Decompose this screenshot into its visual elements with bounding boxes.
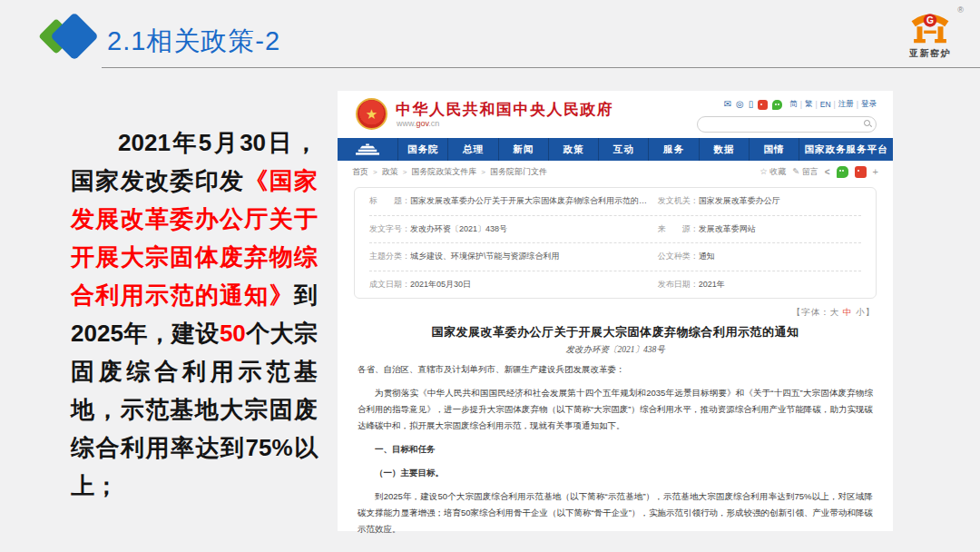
table-row: 发文字号：发改办环资〔2021〕438号 来 源：发展改革委网站 bbox=[369, 215, 861, 243]
lang-english[interactable]: EN bbox=[820, 100, 831, 109]
nav-item-guoqing[interactable]: 国情 bbox=[749, 138, 799, 161]
doc-number: 发改办环资〔2021〕438号 bbox=[338, 344, 893, 356]
article-title: 国家发展改革委办公厅关于开展大宗固体废弃物综合利用示范的通知 bbox=[365, 324, 866, 340]
url-part: www. bbox=[397, 119, 416, 128]
font-size-widget: 【字体：大 中 小】 bbox=[792, 307, 875, 319]
breadcrumb-zhengce[interactable]: 政策 bbox=[382, 166, 398, 178]
field-label: 发文字号： bbox=[369, 223, 410, 235]
nav-item-zhengwu-platform[interactable]: 国家政务服务平台 bbox=[799, 138, 893, 161]
font-large-button[interactable]: 大 bbox=[830, 307, 840, 317]
site-name: 中华人民共和国中央人民政府 bbox=[396, 99, 614, 120]
lang-simplified[interactable]: 简 bbox=[789, 99, 798, 110]
breadcrumb-department-docs[interactable]: 国务院部门文件 bbox=[490, 166, 547, 178]
registered-mark: ® bbox=[957, 5, 964, 15]
field-label: 标 题： bbox=[369, 195, 410, 207]
favorite-label: 收藏 bbox=[769, 167, 786, 176]
page-actions: ☆ 收藏 ✎ 留言 < + bbox=[760, 166, 878, 178]
field-label: 发布日期： bbox=[658, 279, 699, 291]
accessibility-icon[interactable]: ◎ bbox=[736, 100, 744, 109]
font-widget-label: 【字体： bbox=[792, 307, 830, 317]
mail-icon[interactable]: ✉ bbox=[724, 100, 731, 109]
national-emblem-icon: ★ bbox=[356, 98, 387, 130]
article-body: 各省、自治区、直辖市及计划单列市、新疆生产建设兵团发展改革委： 为贯彻落实《中华… bbox=[358, 361, 873, 545]
field-label: 成文日期： bbox=[369, 279, 410, 291]
font-small-button[interactable]: 小 bbox=[856, 307, 866, 317]
field-value: 国家发展改革委办公厅关于开展大宗固体废弃物综合利用示范的通知 bbox=[410, 195, 651, 207]
separator: | bbox=[800, 100, 802, 109]
kiln-icon: G bbox=[906, 7, 954, 49]
presentation-slide: 2.1相关政策-2 ® G 亚新窑炉 2021年5月30日，国家发改委印发《国家… bbox=[0, 0, 980, 552]
slide-body-text: 2021年5月30日，国家发改委印发《国家发展改革委办公厅关于开展大宗固体废弃物… bbox=[71, 123, 318, 505]
url-part: .cn bbox=[428, 119, 439, 128]
star-icon: ☆ bbox=[760, 166, 768, 176]
lang-links: 简| 繁| EN| 注册| 登录 bbox=[789, 99, 877, 110]
gov-header: ★ 中华人民共和国中央人民政府 www.gov.cn ✉ ◎ ▯ 简| 繁| E… bbox=[338, 91, 893, 138]
title-divider bbox=[102, 67, 980, 68]
paragraph: 为贯彻落实《中华人民共和国国民经济和社会发展第十四个五年规划和2035年远景目标… bbox=[358, 385, 873, 434]
nav-item-shuju[interactable]: 数据 bbox=[699, 138, 749, 161]
wechat-icon[interactable] bbox=[772, 100, 782, 110]
gov-website-screenshot: ★ 中华人民共和国中央人民政府 www.gov.cn ✉ ◎ ▯ 简| 繁| E… bbox=[338, 91, 893, 531]
table-row: 主题分类：城乡建设、环境保护\节能与资源综合利用 公文种类：通知 bbox=[369, 242, 861, 271]
brand-logo: ® G 亚新窑炉 bbox=[895, 7, 965, 60]
gov-nav: 国务院 总理 新闻 政策 互动 服务 数据 国情 国家政务服务平台 bbox=[338, 138, 893, 161]
register-link[interactable]: 注册 bbox=[838, 99, 854, 110]
brand-name: 亚新窑炉 bbox=[895, 47, 965, 60]
salutation: 各省、自治区、直辖市及计划单列市、新疆生产建设兵团发展改革委： bbox=[358, 361, 873, 378]
weibo-icon[interactable] bbox=[758, 100, 768, 110]
header-utility-bar: ✉ ◎ ▯ 简| 繁| EN| 注册| 登录 bbox=[724, 99, 877, 110]
field-label: 来 源： bbox=[658, 223, 699, 235]
nav-item-zongli[interactable]: 总理 bbox=[447, 138, 497, 161]
wechat-share-icon[interactable] bbox=[837, 166, 848, 178]
field-value: 城乡建设、环境保护\节能与资源综合利用 bbox=[410, 251, 560, 262]
field-value: 国家发展改革委办公厅 bbox=[699, 195, 780, 207]
paragraph: 到2025年，建设50个大宗固废综合利用示范基地（以下简称“示范基地”），示范基… bbox=[358, 488, 873, 537]
subsection-heading: （一）主要目标。 bbox=[358, 465, 873, 481]
highlight-number: 50 bbox=[220, 320, 246, 347]
search-input[interactable] bbox=[705, 118, 854, 131]
comment-label: 留言 bbox=[802, 167, 818, 176]
svg-text:G: G bbox=[926, 15, 934, 25]
more-share-button[interactable]: + bbox=[873, 166, 878, 177]
table-row: 成文日期：2021年05月30日 发布日期：2021年 bbox=[369, 271, 861, 299]
field-value: 2021年05月30日 bbox=[410, 279, 471, 291]
field-label: 主题分类： bbox=[369, 251, 410, 262]
field-label: 发文机关： bbox=[658, 195, 699, 207]
star-icon: ★ bbox=[366, 107, 377, 121]
nav-item-zhengce[interactable]: 政策 bbox=[548, 138, 598, 161]
page-title: 2.1相关政策-2 bbox=[107, 24, 280, 60]
breadcrumb-policy-library[interactable]: 国务院政策文件库 bbox=[411, 166, 476, 178]
field-value: 发展改革委网站 bbox=[699, 223, 756, 235]
font-medium-button[interactable]: 中 bbox=[843, 307, 853, 317]
share-icon[interactable]: < bbox=[825, 167, 830, 177]
search-box[interactable] bbox=[697, 116, 877, 133]
url-part: gov bbox=[416, 119, 429, 128]
doc-info-table: 标 题：国家发展改革委办公厅关于开展大宗固体废弃物综合利用示范的通知 发文机关：… bbox=[354, 187, 877, 299]
nav-item-hudong[interactable]: 互动 bbox=[598, 138, 648, 161]
mobile-icon[interactable]: ▯ bbox=[749, 100, 754, 109]
search-icon[interactable] bbox=[864, 120, 870, 126]
separator: | bbox=[834, 100, 836, 109]
field-value: 2021年 bbox=[699, 279, 725, 291]
font-widget-label: 】 bbox=[866, 307, 876, 317]
nav-item-xinwen[interactable]: 新闻 bbox=[498, 138, 548, 161]
field-label: 公文种类： bbox=[658, 251, 699, 262]
breadcrumb: 首页 > 政策 > 国务院政策文件库 > 国务院部门文件 ☆ 收藏 ✎ 留言 <… bbox=[338, 161, 893, 182]
nav-home[interactable] bbox=[338, 138, 397, 161]
site-url: www.gov.cn bbox=[397, 119, 439, 128]
separator: > bbox=[403, 168, 407, 176]
comment-button[interactable]: ✎ 留言 bbox=[792, 166, 818, 178]
field-value: 发改办环资〔2021〕438号 bbox=[410, 223, 507, 235]
separator: > bbox=[373, 168, 377, 176]
breadcrumb-home[interactable]: 首页 bbox=[352, 166, 368, 178]
weibo-share-icon[interactable] bbox=[855, 166, 867, 178]
login-link[interactable]: 登录 bbox=[861, 99, 877, 110]
separator: > bbox=[481, 168, 485, 176]
section-heading: 一、目标和任务 bbox=[358, 441, 873, 458]
favorite-button[interactable]: ☆ 收藏 bbox=[760, 166, 786, 178]
nav-item-guowuyuan[interactable]: 国务院 bbox=[397, 138, 447, 161]
field-value: 通知 bbox=[699, 251, 715, 262]
table-row: 标 题：国家发展改革委办公厅关于开展大宗固体废弃物综合利用示范的通知 发文机关：… bbox=[369, 188, 861, 215]
lang-traditional[interactable]: 繁 bbox=[805, 99, 813, 110]
nav-item-fuwu[interactable]: 服务 bbox=[648, 138, 698, 161]
